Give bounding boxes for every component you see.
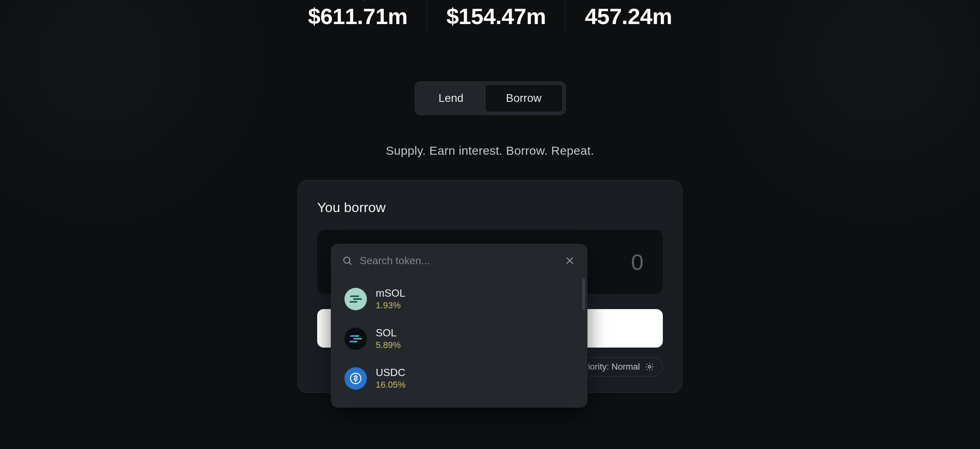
stat-deposits-value: $611.71m: [308, 3, 407, 29]
token-symbol: USDC: [376, 366, 406, 379]
token-symbol: SOL: [376, 327, 401, 339]
token-item-usdc[interactable]: USDC 16.05%: [331, 358, 587, 398]
stat-deposits: Total deposits $611.71m: [289, 0, 427, 29]
stat-tvl-value: 457.24m: [585, 3, 672, 29]
svg-rect-8: [350, 335, 359, 337]
token-dropdown: mSOL 1.93%: [331, 244, 587, 408]
priority-label: Priority: Normal: [579, 362, 640, 372]
token-item-sol[interactable]: SOL 5.89%: [331, 319, 587, 358]
card-title: You borrow: [317, 200, 663, 215]
borrow-card: You borrow 0 Priority: Normal: [298, 180, 682, 393]
token-search-row: [331, 244, 587, 276]
svg-rect-10: [350, 341, 358, 342]
lend-borrow-tabs: Lend Borrow: [415, 81, 566, 115]
search-icon: [342, 255, 352, 266]
tagline: Supply. Earn interest. Borrow. Repeat.: [386, 144, 594, 158]
tab-lend[interactable]: Lend: [417, 84, 485, 112]
usdc-icon: [344, 367, 367, 390]
stat-borrows: Total borrows $154.47m: [427, 0, 565, 29]
token-rate: 5.89%: [376, 340, 401, 350]
gear-icon: [645, 362, 654, 372]
svg-rect-9: [353, 338, 362, 340]
token-symbol: mSOL: [376, 287, 405, 299]
token-rate: 1.93%: [376, 300, 405, 311]
stat-deposits-label: Total deposits: [323, 0, 393, 1]
token-rate: 16.05%: [376, 380, 406, 390]
stat-borrows-value: $154.47m: [446, 3, 546, 29]
token-search-input[interactable]: [360, 255, 556, 267]
stat-borrows-label: Total borrows: [462, 0, 530, 1]
svg-rect-5: [350, 295, 359, 297]
tab-borrow[interactable]: Borrow: [485, 84, 563, 112]
svg-rect-7: [350, 301, 358, 303]
stats-row: Total deposits $611.71m Total borrows $1…: [289, 0, 691, 29]
svg-point-0: [648, 366, 651, 368]
close-icon[interactable]: [563, 254, 576, 267]
sol-icon: [344, 328, 367, 350]
stat-tvl-label: TVL: [618, 0, 639, 1]
msol-icon: [344, 288, 367, 310]
token-item-msol[interactable]: mSOL 1.93%: [331, 279, 587, 319]
svg-rect-6: [353, 298, 362, 300]
stat-tvl: TVL 457.24m: [565, 0, 691, 29]
svg-line-2: [349, 263, 351, 265]
token-list[interactable]: mSOL 1.93%: [331, 276, 587, 408]
amount-value: 0: [631, 249, 644, 275]
